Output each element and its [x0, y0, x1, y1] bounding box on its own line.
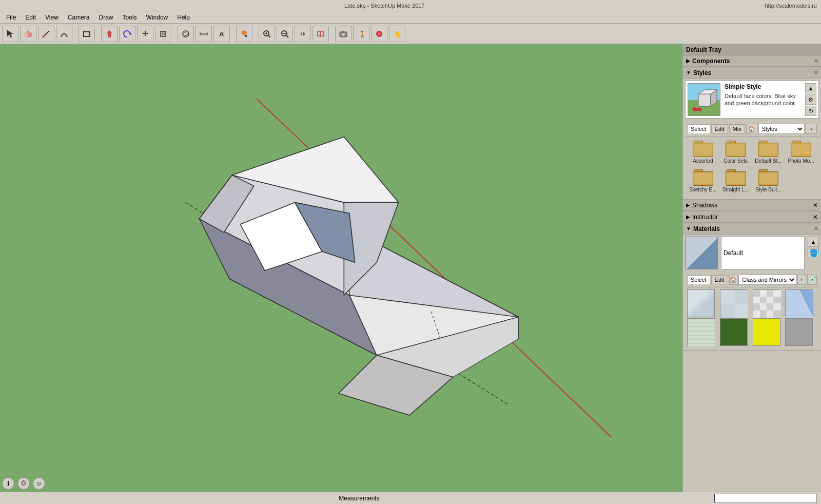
swatch-glass-pattern[interactable]	[753, 289, 780, 317]
folder-default-styles[interactable]: Default St...	[753, 139, 785, 166]
menu-help[interactable]: Help	[173, 13, 194, 22]
swatch-glass-blue[interactable]	[785, 289, 813, 317]
tool-offset[interactable]	[155, 26, 171, 42]
components-section: ▶ Components ✕	[683, 55, 821, 67]
model-canvas	[0, 44, 682, 492]
folder-assorted[interactable]: Assorted	[687, 139, 719, 166]
styles-header[interactable]: ▼ Styles ✕	[683, 67, 821, 79]
materials-home-btn[interactable]: 🏠	[729, 275, 738, 285]
swatch-glass-frosted[interactable]	[720, 289, 748, 317]
swatch-glass-yellow[interactable]	[753, 318, 780, 346]
shadows-triangle: ▶	[686, 202, 690, 208]
instructor-close[interactable]: ✕	[813, 214, 818, 221]
measurements-input[interactable]	[714, 494, 817, 503]
user-icon[interactable]: ☺	[33, 477, 45, 490]
tool-move[interactable]: ✛	[137, 26, 153, 42]
mat-tab-edit[interactable]: Edit	[711, 275, 728, 284]
swatch-glass-gray[interactable]	[785, 318, 813, 346]
styles-add-btn[interactable]: +	[806, 124, 817, 134]
svg-rect-50	[760, 290, 767, 297]
svg-rect-46	[720, 290, 734, 304]
svg-text:1: 1	[223, 31, 225, 36]
tool-section[interactable]	[312, 26, 329, 42]
tool-select[interactable]	[2, 26, 18, 42]
folder-assorted-label: Assorted	[693, 158, 713, 164]
info-icon[interactable]: ℹ	[2, 477, 14, 490]
tab-edit[interactable]: Edit	[711, 124, 728, 133]
style-settings-btn[interactable]: ⚙	[805, 94, 816, 105]
tool-hand[interactable]: ✋	[389, 26, 405, 42]
tool-orbit[interactable]	[178, 26, 194, 42]
materials-dropdown[interactable]: Glass and Mirrors	[738, 275, 796, 285]
swatch-glass-lines[interactable]	[687, 318, 715, 346]
style-up-btn[interactable]: ▲	[805, 83, 816, 93]
tool-camera[interactable]	[335, 26, 351, 42]
instructor-header[interactable]: ▶ Instructor ✕	[683, 211, 821, 223]
tool-pencil[interactable]	[38, 26, 54, 42]
tool-walk[interactable]: 🚶	[353, 26, 369, 42]
components-close[interactable]: ✕	[814, 58, 818, 64]
shadows-close[interactable]: ✕	[813, 202, 818, 209]
menu-file[interactable]: File	[2, 13, 20, 22]
tray-title-label: Default Tray	[686, 46, 721, 53]
materials-close[interactable]: ✕	[814, 226, 818, 231]
menu-view[interactable]: View	[41, 13, 63, 22]
tab-select[interactable]: Select	[687, 124, 710, 133]
style-refresh-btn[interactable]: ↻	[805, 106, 816, 116]
menu-window[interactable]: Window	[142, 13, 172, 22]
tab-mix[interactable]: Mix	[729, 124, 745, 133]
folder-photo-modeling[interactable]: Photo Mo...	[785, 139, 817, 166]
viewport[interactable]: ℹ © ☺	[0, 44, 682, 492]
components-header[interactable]: ▶ Components ✕	[683, 55, 821, 67]
tool-zoom-extents[interactable]	[277, 26, 293, 42]
folder-style-builder-label: Style Buil...	[755, 187, 781, 193]
tool-tape[interactable]	[196, 26, 212, 42]
tool-text[interactable]: A1	[213, 26, 230, 42]
folder-sketchy-edges[interactable]: Sketchy E...	[687, 167, 719, 195]
mat-tab-select[interactable]: Select	[687, 275, 710, 284]
material-name-input[interactable]	[721, 237, 805, 269]
styles-home-btn[interactable]: 🏠	[746, 124, 757, 134]
material-paint-btn[interactable]: 🪣	[808, 248, 819, 258]
tool-paint[interactable]	[236, 26, 252, 42]
svg-text:✛: ✛	[142, 29, 148, 37]
svg-marker-38	[698, 94, 711, 106]
tool-prev-next[interactable]	[295, 26, 311, 42]
tool-record[interactable]	[371, 26, 387, 42]
tool-zoom[interactable]	[259, 26, 275, 42]
menu-tools[interactable]: Tools	[119, 13, 141, 22]
shadows-header[interactable]: ▶ Shadows ✕	[683, 200, 821, 211]
swatch-glass-dark-green[interactable]	[720, 318, 748, 346]
eyedropper-btn[interactable]: 💉	[807, 275, 817, 285]
svg-rect-63	[767, 311, 773, 318]
menu-draw[interactable]: Draw	[95, 13, 118, 22]
tool-eraser[interactable]: ✏	[20, 26, 36, 42]
tool-rectangle[interactable]	[79, 26, 95, 42]
folder-style-builder[interactable]: Style Buil...	[753, 167, 785, 195]
folder-color-sets[interactable]: Color Sets	[720, 139, 752, 166]
material-up-btn[interactable]: ▲	[808, 237, 819, 247]
copyright-icon[interactable]: ©	[17, 477, 30, 490]
styles-dropdown[interactable]: Styles	[758, 124, 805, 134]
folder-color-sets-label: Color Sets	[724, 158, 748, 164]
materials-header[interactable]: ▼ Materials ✕	[683, 223, 821, 235]
statusbar: Measurements	[0, 492, 821, 504]
folder-straight-lines[interactable]: Straight L...	[720, 167, 752, 195]
swatch-glass-clear[interactable]	[687, 289, 715, 317]
menu-edit[interactable]: Edit	[21, 13, 40, 22]
styles-section: ▼ Styles ✕	[683, 67, 821, 200]
titlebar: Late.skp - SketchUp Make 2017 http://sca…	[0, 0, 821, 11]
styles-close[interactable]: ✕	[814, 70, 818, 75]
svg-rect-51	[767, 290, 773, 297]
svg-rect-54	[760, 297, 767, 303]
style-thumbnail	[688, 83, 720, 116]
tool-arc[interactable]	[56, 26, 72, 42]
tool-push-pull[interactable]	[101, 26, 118, 42]
tray-title: Default Tray	[683, 44, 821, 55]
svg-text:✋: ✋	[394, 30, 402, 38]
main-area: ℹ © ☺ Default Tray ▶ Components ✕ ▼	[0, 44, 821, 492]
menu-camera[interactable]: Camera	[64, 13, 94, 22]
tool-rotate[interactable]	[119, 26, 135, 42]
materials-add-btn[interactable]: +	[797, 275, 806, 285]
svg-line-19	[268, 35, 270, 37]
